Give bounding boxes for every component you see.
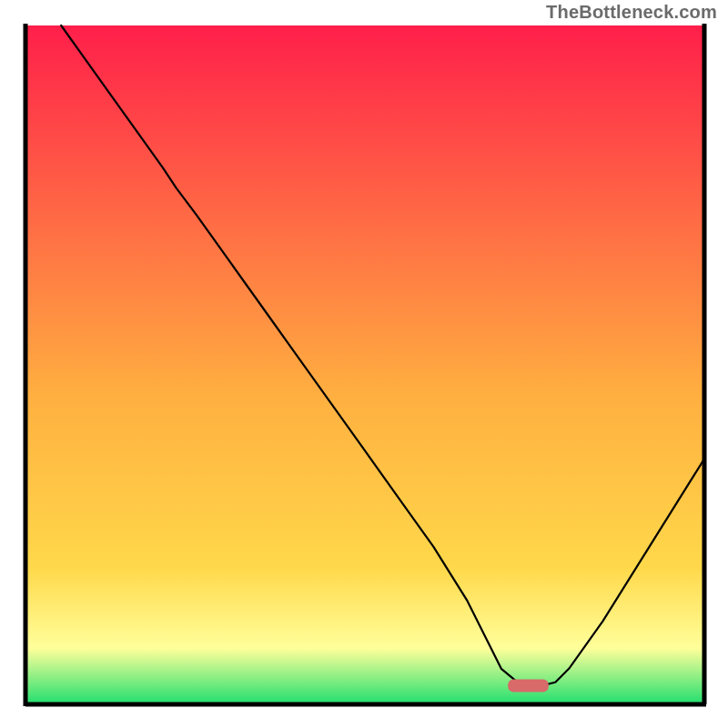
watermark-text: TheBottleneck.com: [546, 2, 717, 23]
bottleneck-chart: [0, 0, 728, 728]
optimal-marker: [508, 679, 549, 692]
gradient-background: [27, 25, 704, 703]
chart-container: [0, 0, 728, 728]
plot-area: [27, 25, 704, 703]
